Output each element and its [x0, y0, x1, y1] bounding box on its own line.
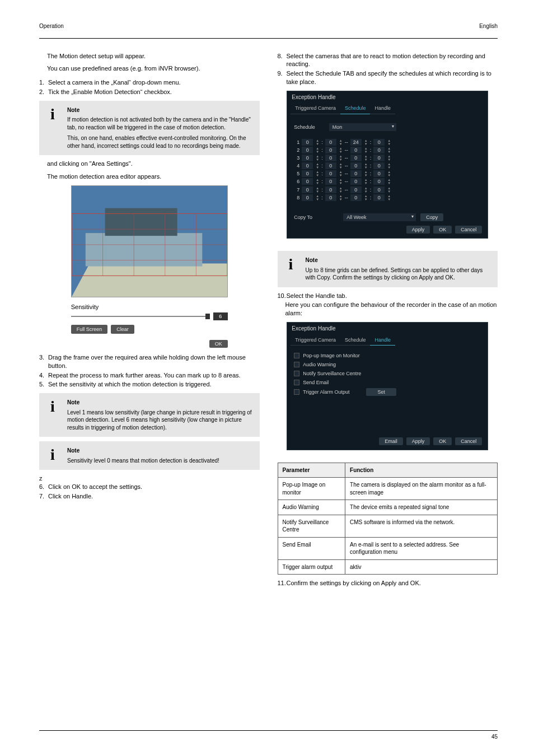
note1-text2: This, on one hand, enables effective eve… — [67, 134, 253, 150]
dlg2-email-button[interactable]: Email — [379, 437, 403, 445]
chevron-down-icon: ▾ — [411, 214, 414, 220]
note3-text: Sensitivity level 0 means that motion de… — [67, 457, 253, 465]
step4-num: 4. — [39, 371, 45, 380]
step1-text: Select a camera in the „Kanal“ drop-down… — [48, 78, 260, 87]
note4-label: Note — [306, 256, 491, 264]
handle-dialog-figure: Exception Handle Triggered Camera Schedu… — [287, 322, 488, 450]
table-row: Trigger alarm outputaktiv — [278, 559, 498, 575]
step8-num: 8. — [278, 52, 283, 60]
info-icon: i — [46, 447, 59, 463]
table-row: Audio WarningThe device emits a repeated… — [278, 500, 498, 515]
header-left: Operation — [39, 22, 64, 30]
note2-label: Note — [67, 399, 253, 407]
checkbox-trigger[interactable] — [294, 389, 299, 395]
info-icon: i — [46, 106, 59, 122]
info-icon: i — [46, 399, 59, 414]
step6-prefix: z — [39, 474, 260, 483]
th-parameter: Parameter — [278, 463, 345, 478]
checkbox-popup[interactable] — [294, 353, 299, 358]
step10-num: 10. — [278, 292, 283, 300]
dlg1-cancel-button[interactable]: Cancel — [455, 226, 482, 234]
step3-num: 3. — [39, 353, 45, 362]
table-row: Notify Surveillance CentreCMS software i… — [278, 515, 498, 537]
step5-text: Set the sensitivity at which the motion … — [48, 380, 260, 389]
intro-line-2: You can use predefined areas (e.g. from … — [47, 64, 260, 73]
dlg1-tab-schedule[interactable]: Schedule — [340, 103, 371, 114]
note-3: i Note Sensitivity level 0 means that mo… — [39, 441, 260, 470]
editor-line: The motion detection area editor appears… — [47, 172, 260, 181]
note-4: i Note Up to 8 time grids can be defined… — [278, 251, 498, 287]
header-rule — [39, 38, 498, 39]
step2-num: 2. — [39, 88, 45, 96]
step10-text: Select the Handle tab. — [287, 292, 498, 300]
step1-num: 1. — [39, 78, 45, 87]
note1-label: Note — [67, 106, 253, 114]
th-function: Function — [345, 463, 498, 478]
header-right: English — [479, 22, 498, 30]
step9-num: 9. — [278, 69, 283, 78]
step11-num: 11. — [278, 579, 283, 587]
copy-button[interactable]: Copy — [420, 213, 443, 221]
step2-text: Tick the „Enable Motion Detection“ check… — [48, 88, 260, 96]
right-column: 8. Select the cameras that are to react … — [278, 52, 498, 589]
schedule-dialog-figure: Exception Handle Triggered Camera Schedu… — [287, 91, 488, 239]
svg-rect-3 — [105, 208, 177, 236]
note1-text1: If motion detection is not activated bot… — [67, 116, 253, 131]
after-step2: and clicking on "Area Settings". — [47, 160, 260, 168]
opt-trigger: Trigger Alarm Output — [303, 389, 349, 395]
dlg2-tab-handle[interactable]: Handle — [370, 335, 395, 346]
page-number: 45 — [491, 733, 498, 741]
note3-label: Note — [67, 447, 253, 455]
opt-notify: Notify Surveillance Centre — [303, 370, 361, 377]
dlg1-ok-button[interactable]: OK — [433, 226, 452, 234]
checkbox-audio[interactable] — [294, 362, 299, 367]
dlg1-tab-triggered[interactable]: Triggered Camera — [291, 103, 340, 114]
dlg2-apply-button[interactable]: Apply — [406, 437, 430, 445]
schedule-grid: 10▲▼:0▲▼--24▲▼:0▲▼ 20▲▼:0▲▼--0▲▼:0▲▼ 30▲… — [294, 139, 481, 201]
clear-button[interactable]: Clear — [111, 325, 134, 334]
opt-email: Send Email — [303, 379, 329, 386]
opt-audio: Audio Warning — [303, 361, 336, 368]
function-table: Parameter Function Pop-up Image on monit… — [278, 463, 498, 575]
left-column: The Motion detect setup will appear. You… — [39, 52, 260, 589]
dlg1-apply-button[interactable]: Apply — [406, 226, 430, 234]
copy-to-select[interactable]: All Week▾ — [343, 213, 416, 221]
note4-text: Up to 8 time grids can be defined. Setti… — [306, 267, 491, 282]
dlg2-tab-schedule[interactable]: Schedule — [340, 335, 371, 346]
intro-line-1: The Motion detect setup will appear. — [47, 52, 260, 60]
sensitivity-value: 6 — [213, 312, 228, 320]
step6-text: Click on OK to accept the settings. — [48, 483, 260, 491]
handle-intro: Here you can configure the behaviour of … — [285, 301, 498, 318]
chevron-down-icon: ▾ — [392, 124, 394, 130]
dlg2-title: Exception Handle — [287, 323, 488, 335]
area-ok-button[interactable]: OK — [209, 340, 228, 348]
sensitivity-label: Sensitivity — [71, 303, 228, 311]
note2-text: Level 1 means low sensitivity (large cha… — [67, 409, 253, 432]
dlg1-title: Exception Handle — [287, 91, 488, 104]
step5-num: 5. — [39, 380, 45, 389]
schedule-day-select[interactable]: Mon▾ — [329, 123, 396, 131]
full-screen-button[interactable]: Full Screen — [71, 325, 108, 334]
page-footer: 45 — [39, 730, 498, 741]
schedule-label: Schedule — [294, 124, 327, 130]
dlg2-tab-triggered[interactable]: Triggered Camera — [291, 335, 340, 346]
note-1: i Note If motion detection is not activa… — [39, 101, 260, 156]
svg-rect-2 — [86, 233, 202, 266]
copy-to-label: Copy To — [294, 214, 339, 221]
checkbox-email[interactable] — [294, 380, 299, 385]
area-settings-figure — [71, 185, 228, 297]
table-row: Send EmailAn e-mail is sent to a selecte… — [278, 537, 498, 559]
step4-text: Repeat the process to mark further areas… — [48, 371, 260, 380]
step7-num: 7. — [39, 492, 45, 501]
dlg1-tab-handle[interactable]: Handle — [370, 103, 395, 114]
dlg2-ok-button[interactable]: OK — [433, 437, 452, 445]
step9-text: Select the Schedule TAB and specify the … — [287, 69, 498, 86]
set-button[interactable]: Set — [366, 388, 396, 396]
dlg2-cancel-button[interactable]: Cancel — [455, 437, 482, 445]
info-icon: i — [284, 256, 298, 272]
checkbox-notify[interactable] — [294, 371, 299, 376]
step11-text: Confirm the settings by clicking on Appl… — [287, 579, 498, 587]
sensitivity-slider[interactable]: 6 — [71, 312, 228, 320]
table-row: Pop-up Image on monitorThe camera is dis… — [278, 478, 498, 500]
note-2: i Note Level 1 means low sensitivity (la… — [39, 393, 260, 437]
